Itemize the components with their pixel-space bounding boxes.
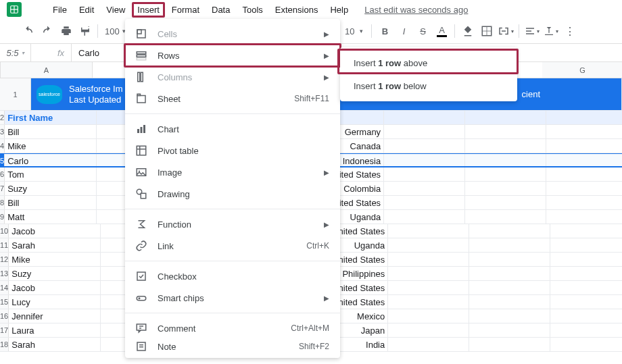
row-head[interactable]: 16 bbox=[0, 309, 9, 323]
cell-first-name[interactable]: Bill bbox=[5, 125, 97, 138]
menu-item-pivot-table[interactable]: Pivot table bbox=[125, 140, 340, 161]
row-head[interactable]: 13 bbox=[0, 267, 9, 280]
menu-item-label: Rows bbox=[158, 51, 318, 61]
row-head[interactable]: 12 bbox=[0, 253, 9, 266]
row-head[interactable]: 7 bbox=[0, 182, 5, 195]
svg-rect-16 bbox=[141, 127, 143, 133]
drawing-icon bbox=[135, 187, 148, 201]
link-icon bbox=[135, 239, 148, 253]
row-head[interactable]: 9 bbox=[0, 210, 5, 224]
last-edit-link[interactable]: Last edit was seconds ago bbox=[364, 5, 468, 15]
cell-first-name[interactable]: Suzy bbox=[9, 267, 101, 280]
cell-first-name[interactable]: Lucy bbox=[9, 295, 101, 309]
undo-button[interactable] bbox=[19, 22, 38, 41]
svg-rect-17 bbox=[143, 125, 145, 133]
menu-file[interactable]: File bbox=[47, 2, 72, 18]
row-head[interactable]: 10 bbox=[0, 224, 9, 238]
row-head-1[interactable]: 1 bbox=[0, 78, 31, 110]
menu-item-label: Link bbox=[158, 241, 306, 251]
menu-item-label: Columns bbox=[158, 72, 318, 82]
menu-item-comment[interactable]: CommentCtrl+Alt+M bbox=[125, 317, 340, 339]
cell-first-name[interactable]: Matt bbox=[5, 210, 97, 224]
menu-item-sheet[interactable]: SheetShift+F11 bbox=[125, 88, 340, 109]
menu-tools[interactable]: Tools bbox=[237, 2, 268, 18]
menu-item-function[interactable]: Function▶ bbox=[125, 213, 340, 235]
menu-shortcut: Ctrl+Alt+M bbox=[291, 323, 329, 333]
redo-button[interactable] bbox=[38, 22, 57, 41]
svg-rect-23 bbox=[137, 272, 145, 280]
col-header-a[interactable]: A bbox=[1, 62, 93, 78]
menu-item-label: Comment bbox=[158, 323, 291, 334]
italic-button[interactable]: I bbox=[395, 22, 412, 41]
cell-first-name[interactable]: Mike bbox=[9, 253, 101, 266]
menu-item-rows[interactable]: Rows▶ bbox=[125, 45, 340, 66]
cell-first-name[interactable]: Jennifer bbox=[9, 309, 101, 323]
menu-item-label: Function bbox=[158, 219, 318, 230]
bold-button[interactable]: B bbox=[376, 22, 393, 41]
row-head[interactable]: 11 bbox=[0, 238, 9, 252]
menu-item-note[interactable]: NoteShift+F2 bbox=[125, 339, 340, 354]
name-box[interactable]: 5:5▾ bbox=[0, 44, 31, 61]
chevron-right-icon: ▶ bbox=[324, 74, 329, 81]
row-head[interactable]: 18 bbox=[0, 338, 9, 351]
col-header-g[interactable]: G bbox=[542, 62, 622, 78]
comment-icon bbox=[135, 321, 148, 335]
cell-first-name[interactable]: Jacob bbox=[9, 224, 101, 238]
cell-first-name[interactable]: Tom bbox=[5, 167, 97, 181]
borders-button[interactable] bbox=[478, 22, 496, 41]
salesforce-badge-icon: salesforce bbox=[37, 85, 62, 104]
rows-icon bbox=[135, 49, 148, 62]
pivot-icon bbox=[135, 144, 148, 157]
menu-item-image[interactable]: Image▶ bbox=[125, 161, 340, 183]
v-align-button[interactable]: ▾ bbox=[542, 22, 560, 41]
cell-first-name[interactable]: Sarah bbox=[9, 338, 101, 351]
row-head-2[interactable]: 2 bbox=[0, 111, 5, 124]
row-head[interactable]: 17 bbox=[0, 323, 9, 337]
menu-item-checkbox[interactable]: Checkbox bbox=[125, 265, 340, 287]
merge-button[interactable]: ▾ bbox=[497, 22, 515, 41]
svg-rect-9 bbox=[137, 55, 146, 57]
menu-format[interactable]: Format bbox=[166, 2, 205, 18]
insert-row-below[interactable]: Insert 1 row below bbox=[340, 74, 517, 97]
cell-first-name[interactable]: Bill bbox=[5, 196, 97, 209]
menu-extensions[interactable]: Extensions bbox=[270, 2, 324, 18]
more-toolbar-button[interactable]: ⋮ bbox=[561, 22, 579, 41]
cell-first-name[interactable]: Laura bbox=[9, 323, 101, 337]
fill-color-button[interactable] bbox=[459, 22, 477, 41]
menu-item-smart-chips[interactable]: Smart chips▶ bbox=[125, 287, 340, 309]
font-size-dropdown[interactable]: 10▾ bbox=[341, 26, 367, 36]
row-head[interactable]: 5 bbox=[0, 154, 5, 166]
cell-first-name[interactable]: Jacob bbox=[9, 281, 101, 294]
row-head[interactable]: 6 bbox=[0, 167, 5, 181]
insert-menu: Cells▶Rows▶Columns▶SheetShift+F11ChartPi… bbox=[125, 19, 340, 358]
insert-row-above[interactable]: Insert 1 row above bbox=[340, 51, 517, 74]
sheets-logo[interactable] bbox=[7, 2, 22, 17]
text-color-button[interactable]: A bbox=[433, 22, 450, 41]
menu-edit[interactable]: Edit bbox=[74, 2, 99, 18]
checkbox-icon bbox=[135, 269, 148, 283]
menu-help[interactable]: Help bbox=[325, 2, 354, 18]
menu-view[interactable]: View bbox=[101, 2, 130, 18]
menu-item-label: Cells bbox=[158, 29, 318, 39]
cell-first-name[interactable]: Suzy bbox=[5, 182, 97, 195]
chevron-right-icon: ▶ bbox=[324, 52, 329, 59]
cell-first-name[interactable]: Sarah bbox=[9, 238, 101, 252]
formula-input[interactable]: Carlo bbox=[72, 48, 99, 58]
row-head[interactable]: 14 bbox=[0, 281, 9, 294]
menu-insert[interactable]: Insert bbox=[132, 2, 165, 18]
menu-item-drawing[interactable]: Drawing bbox=[125, 183, 340, 205]
paint-format-button[interactable] bbox=[76, 22, 95, 41]
menu-item-chart[interactable]: Chart bbox=[125, 118, 340, 140]
h-align-button[interactable]: ▾ bbox=[523, 22, 541, 41]
menu-data[interactable]: Data bbox=[206, 2, 235, 18]
print-button[interactable] bbox=[57, 22, 76, 41]
strikethrough-button[interactable]: S bbox=[414, 22, 431, 41]
menu-item-link[interactable]: LinkCtrl+K bbox=[125, 235, 340, 257]
cell-first-name[interactable]: Carlo bbox=[5, 154, 97, 166]
row-head[interactable]: 8 bbox=[0, 196, 5, 209]
row-head[interactable]: 3 bbox=[0, 125, 5, 138]
row-head[interactable]: 4 bbox=[0, 139, 5, 153]
cell-first-name[interactable]: Mike bbox=[5, 139, 97, 153]
menu-shortcut: Shift+F11 bbox=[294, 94, 329, 103]
row-head[interactable]: 15 bbox=[0, 295, 9, 309]
